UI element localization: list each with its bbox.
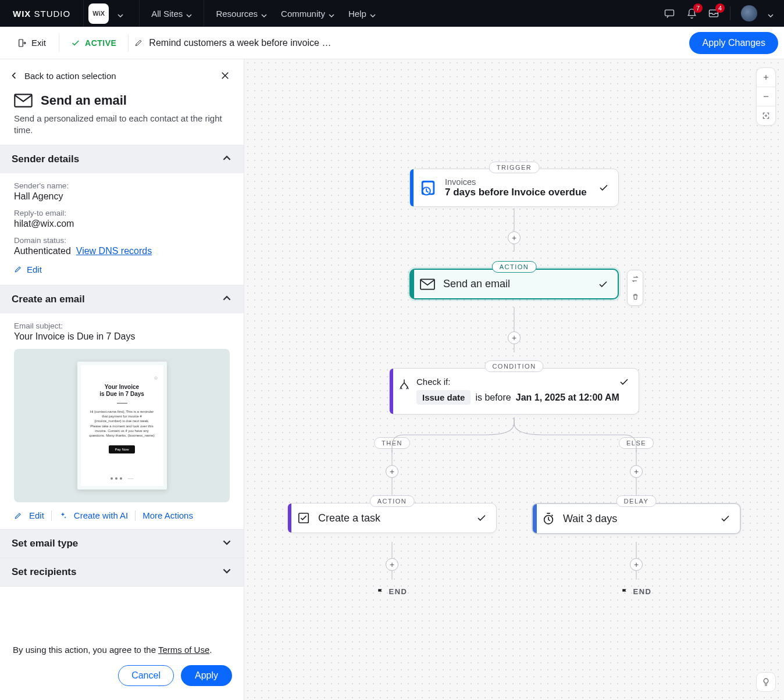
exit-button[interactable]: Exit — [10, 34, 53, 51]
accordion-email-type[interactable]: Set email type — [0, 529, 244, 558]
flow-canvas[interactable]: TRIGGER Invoices 7 days before Invoice o… — [244, 59, 784, 700]
zoom-fit-button[interactable] — [757, 106, 775, 125]
edit-email-link[interactable]: Edit — [29, 510, 44, 520]
mail-icon — [14, 94, 33, 108]
swap-icon[interactable] — [628, 270, 643, 288]
panel-description: Send a personalized email to each contac… — [0, 112, 244, 145]
cancel-button[interactable]: Cancel — [118, 665, 174, 686]
node-delay[interactable]: Wait 3 days — [532, 503, 741, 534]
add-step-button[interactable]: + — [508, 331, 521, 344]
flag-icon — [621, 588, 629, 595]
chevron-up-icon — [223, 294, 232, 305]
edit-sender-link[interactable]: Edit — [27, 265, 42, 274]
invoice-clock-icon — [419, 179, 437, 197]
sender-name-value: Hall Agency — [14, 191, 230, 202]
nav-help[interactable]: Help — [341, 9, 383, 19]
inbox-icon[interactable]: 4 — [708, 8, 719, 19]
site-switcher-dropdown[interactable] — [112, 10, 129, 16]
svg-rect-3 — [15, 94, 31, 106]
action-email-label: Send an email — [443, 278, 510, 290]
pill-action: ACTION — [370, 495, 415, 507]
condition-checkif-label: Check if: — [416, 377, 629, 387]
pill-trigger: TRIGGER — [489, 162, 540, 173]
domain-status-value: Authenticated — [14, 246, 71, 256]
more-actions-link[interactable]: More Actions — [142, 510, 193, 520]
apply-button[interactable]: Apply — [181, 665, 232, 686]
site-switcher-chip[interactable]: WiX — [88, 3, 109, 24]
terms-text: By using this action, you agree to the T… — [13, 645, 232, 655]
add-step-button[interactable]: + — [386, 465, 398, 478]
back-link[interactable]: Back to action selection — [24, 71, 116, 81]
wix-studio-logo: WIX STUDIO — [13, 9, 70, 19]
condition-op: is before — [475, 392, 511, 403]
create-with-ai-link[interactable]: Create with AI — [74, 510, 128, 520]
pencil-icon — [134, 38, 143, 47]
trigger-text: 7 days before Invoice overdue — [445, 187, 587, 198]
check-icon — [720, 513, 730, 524]
close-panel-button[interactable] — [217, 67, 233, 84]
node-create-task[interactable]: Create a task — [287, 503, 497, 533]
mail-icon — [420, 278, 435, 290]
check-icon — [598, 279, 608, 290]
terms-link[interactable]: Terms of Use — [158, 645, 209, 655]
tips-button[interactable] — [756, 672, 776, 692]
automation-title[interactable]: Remind customers a week before invoice … — [134, 38, 331, 48]
accordion-create-email[interactable]: Create an email — [0, 285, 244, 313]
apply-changes-button[interactable]: Apply Changes — [689, 32, 778, 54]
add-step-button[interactable]: + — [508, 231, 521, 244]
trigger-category: Invoices — [445, 177, 587, 187]
sparkle-icon — [59, 512, 67, 520]
avatar[interactable] — [741, 5, 757, 22]
branch-icon — [398, 378, 411, 391]
pencil-icon — [14, 265, 22, 273]
delay-label: Wait 3 days — [563, 513, 617, 525]
top-bar: WIX STUDIO WiX All Sites Resources Commu… — [0, 0, 784, 27]
svg-point-4 — [765, 115, 767, 116]
zoom-out-button[interactable] — [757, 87, 775, 106]
pill-condition: CONDITION — [484, 360, 543, 372]
checkbox-icon — [297, 512, 310, 524]
notifications-count: 7 — [693, 3, 703, 13]
email-subject-value: Your Invoice is Due in 7 Days — [14, 331, 230, 342]
node-condition[interactable]: Check if: Issue date is before Jan 1, 20… — [389, 368, 639, 415]
chevron-down-icon — [223, 566, 232, 578]
svg-rect-8 — [420, 279, 434, 289]
check-icon — [619, 377, 629, 387]
chevron-left-icon[interactable] — [10, 72, 19, 79]
add-step-button[interactable]: + — [630, 465, 643, 478]
notifications-icon[interactable]: 7 — [686, 8, 697, 19]
nav-resources[interactable]: Resources — [209, 9, 274, 19]
pill-delay: DELAY — [616, 495, 657, 507]
preview-cta: Pay Now — [109, 445, 134, 453]
status-active: ACTIVE — [65, 38, 122, 48]
chevron-down-icon — [223, 538, 232, 549]
check-icon — [71, 38, 80, 48]
action-bar: Exit ACTIVE Remind customers a week befo… — [0, 27, 784, 59]
node-trigger[interactable]: Invoices 7 days before Invoice overdue — [409, 169, 619, 207]
task-label: Create a task — [318, 512, 380, 524]
condition-field-chip[interactable]: Issue date — [416, 390, 471, 405]
account-menu-icon[interactable] — [768, 10, 774, 16]
node-send-email[interactable]: Send an email — [409, 269, 619, 299]
end-marker: END — [621, 587, 652, 596]
nav-community[interactable]: Community — [274, 9, 341, 19]
accordion-sender-details[interactable]: Sender details — [0, 145, 244, 173]
svg-rect-0 — [665, 10, 674, 16]
zoom-controls — [756, 67, 776, 126]
nav-all-sites[interactable]: All Sites — [144, 9, 199, 19]
exit-icon — [17, 38, 27, 48]
add-step-button[interactable]: + — [630, 558, 643, 571]
email-preview[interactable]: ◎ Your Invoiceis Due in 7 Days Hi {conta… — [14, 349, 230, 502]
chat-icon[interactable] — [664, 8, 675, 19]
check-icon — [598, 183, 609, 193]
zoom-in-button[interactable] — [757, 68, 775, 87]
panel-title: Send an email — [41, 93, 127, 108]
view-dns-link[interactable]: View DNS records — [76, 246, 152, 256]
add-step-button[interactable]: + — [386, 558, 398, 571]
svg-rect-2 — [19, 40, 23, 47]
email-subject-label: Email subject: — [14, 322, 230, 330]
accordion-recipients[interactable]: Set recipients — [0, 558, 244, 587]
pencil-icon — [14, 512, 22, 520]
trash-icon[interactable] — [628, 288, 643, 305]
condition-value: Jan 1, 2025 at 12:00 AM — [516, 392, 619, 403]
